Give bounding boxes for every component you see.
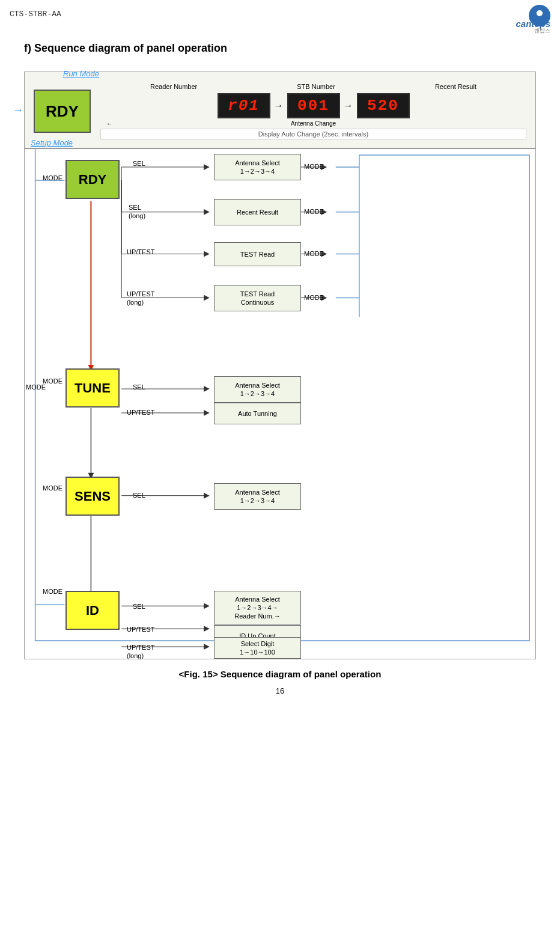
- option-id-antenna: Antenna Select1→2→3→4→Reader Num.→: [214, 591, 301, 624]
- logo-korean: 캔탑스: [534, 27, 550, 35]
- company-logo: cantops 캔탑스: [490, 5, 550, 35]
- display-area: Reader Number STB Number Recent Result r…: [100, 83, 526, 139]
- recent-result-label: Recent Result: [435, 83, 476, 90]
- up-test-long-label-id: UP/TEST(long): [127, 643, 154, 661]
- page-number: 16: [0, 686, 560, 705]
- svg-marker-12: [204, 164, 210, 170]
- option-antenna-select-1: Antenna Select1→2→3→4: [214, 154, 301, 180]
- up-test-label-id: UP/TEST: [127, 626, 154, 633]
- run-mode-label: Run Mode: [63, 69, 99, 78]
- antenna-change-label: ← Antenna Change: [100, 120, 526, 127]
- seg-display-2: 001: [287, 93, 340, 118]
- id-box: ID: [65, 591, 120, 630]
- page-header: CTS-STBR-AA cantops 캔탑스: [0, 0, 560, 37]
- svg-marker-39: [204, 410, 210, 416]
- svg-marker-15: [204, 209, 210, 215]
- up-test-long-label-1: UP/TEST(long): [127, 290, 154, 307]
- sel-label-tune: SEL: [133, 383, 145, 391]
- figure-caption: <Fig. 15> Sequence diagram of panel oper…: [0, 659, 560, 686]
- setup-mode-area: Setup Mode: [24, 148, 536, 659]
- seg-display-3: 520: [357, 93, 410, 118]
- reader-number-label: Reader Number: [150, 83, 197, 90]
- arrow-2: →: [344, 100, 353, 111]
- svg-marker-47: [204, 644, 210, 650]
- sel-label-top: SEL: [133, 160, 145, 167]
- mode-label-tune-left: MODE: [43, 377, 62, 385]
- rdy-panel: → RDY Reader Number STB Number Recent Re…: [24, 72, 536, 148]
- svg-marker-21: [204, 295, 210, 301]
- option-select-digit: Select Digit1→10→100: [214, 637, 301, 659]
- svg-marker-18: [204, 251, 210, 257]
- seg-display-1: r01: [218, 93, 270, 118]
- sens-box: SENS: [65, 477, 120, 516]
- option-test-read: TEST Read: [214, 242, 301, 266]
- auto-change-label: Display Auto Change (2sec. intervals): [100, 129, 526, 139]
- svg-marker-43: [204, 603, 210, 609]
- svg-marker-41: [204, 493, 210, 499]
- rdy-entry-arrow: →: [13, 104, 23, 117]
- rdy-small-box: RDY: [65, 160, 120, 199]
- up-test-label-1: UP/TEST: [127, 248, 154, 255]
- option-recent-result: Recent Result: [214, 199, 301, 225]
- svg-marker-37: [204, 386, 210, 392]
- svg-marker-45: [204, 626, 210, 632]
- mode-label-id-left: MODE: [43, 588, 62, 595]
- document-title: CTS-STBR-AA: [10, 10, 61, 19]
- mode-right-4: MODE: [304, 294, 324, 301]
- mode-label-sens-left: MODE: [43, 484, 62, 492]
- mode-right-2: MODE: [304, 208, 324, 215]
- logo-area: cantops 캔탑스: [490, 5, 550, 35]
- mode-right-1: MODE: [304, 163, 324, 170]
- arrow-1: →: [274, 100, 284, 111]
- stb-number-label: STB Number: [297, 83, 335, 90]
- option-test-read-continuous: TEST ReadContinuous: [214, 285, 301, 311]
- setup-mode-label: Setup Mode: [31, 138, 73, 147]
- mode-right-3: MODE: [304, 250, 324, 257]
- option-auto-tunning: Auto Tunning: [214, 403, 301, 424]
- option-tune-antenna: Antenna Select1→2→3→4: [214, 376, 301, 403]
- option-sens-antenna: Antenna Select1→2→3→4: [214, 483, 301, 510]
- rdy-box: RDY: [34, 90, 91, 133]
- section-title: f) Sequence diagram of panel operation: [0, 37, 560, 62]
- sel-long-label: SEL(long): [129, 203, 145, 221]
- sel-label-sens: SEL: [133, 492, 145, 499]
- sel-label-id: SEL: [133, 603, 145, 610]
- mode-label-rdy-left: MODE: [43, 174, 62, 182]
- up-test-label-tune: UP/TEST: [127, 409, 154, 416]
- tune-box: TUNE: [65, 368, 120, 408]
